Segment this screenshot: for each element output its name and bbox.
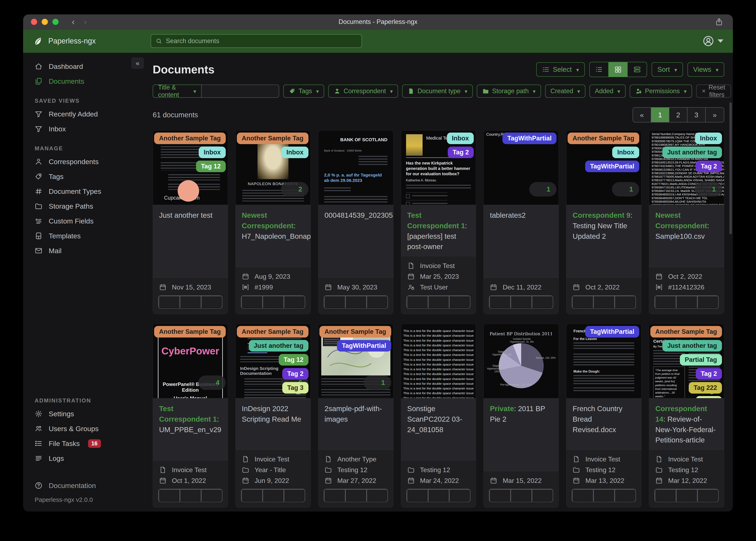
document-title[interactable]: French Country Bread Revised.docx xyxy=(573,403,635,435)
tag-pill[interactable]: Just another tag xyxy=(662,147,722,158)
edit-button[interactable] xyxy=(241,489,263,502)
document-card[interactable]: Serial Number,Company Name,Employee 9788… xyxy=(649,130,724,314)
document-thumbnail[interactable]: Medical TeacherHas the new Kirkpatrick g… xyxy=(401,131,476,205)
view-grid-button[interactable] xyxy=(609,62,628,77)
document-card[interactable]: Francja pod rNAPOLEON BONAPARTE Another … xyxy=(235,130,311,314)
document-thumbnail[interactable]: This is a test for the double space char… xyxy=(401,324,476,398)
tag-pill[interactable]: Another Sample Tag xyxy=(319,326,391,337)
download-button[interactable] xyxy=(367,296,387,308)
download-button[interactable] xyxy=(697,296,718,308)
preview-button[interactable] xyxy=(263,296,284,308)
views-button[interactable]: Views xyxy=(687,62,724,77)
sort-button[interactable]: Sort xyxy=(652,62,683,77)
tag-pill[interactable]: Inbox xyxy=(612,147,639,158)
share-icon[interactable] xyxy=(715,18,723,26)
preview-button[interactable] xyxy=(676,489,697,502)
preview-button[interactable] xyxy=(511,296,532,308)
filter-chip[interactable]: Permissions xyxy=(630,85,692,98)
tag-pill[interactable]: Just another tag xyxy=(249,340,308,351)
preview-button[interactable] xyxy=(180,489,201,502)
document-thumbnail[interactable]: CyberPowerPowerPanel® Business EditionUs… xyxy=(153,324,228,398)
document-title[interactable]: InDesign 2022 Scripting Read Me xyxy=(242,403,304,424)
correspondent-link[interactable]: Test Correspondent 1 xyxy=(407,211,465,230)
preview-button[interactable] xyxy=(511,489,532,502)
filter-chip[interactable]: Tags xyxy=(283,85,324,98)
correspondent-link[interactable]: Correspondent 9 xyxy=(573,211,630,219)
document-card[interactable]: Adobe Acrobat PDF FilesCupcake ipsum Ano… xyxy=(153,130,228,314)
sidebar-item[interactable]: Tags xyxy=(23,169,149,184)
brand[interactable]: Paperless-ngx xyxy=(33,36,96,46)
close-window-button[interactable] xyxy=(31,19,37,25)
filter-chip[interactable]: Created xyxy=(545,85,585,98)
document-card[interactable]: Boundary Waters Trip Another Sample Tag … xyxy=(318,324,393,508)
preview-button[interactable] xyxy=(345,296,367,308)
document-title[interactable]: 0004814539_20230531 xyxy=(325,210,387,221)
download-button[interactable] xyxy=(201,296,222,308)
document-title[interactable]: 2sample-pdf-with-images xyxy=(325,403,387,424)
preview-button[interactable] xyxy=(263,489,284,502)
tag-pill[interactable]: TagWithPartial xyxy=(585,326,639,337)
sidebar-item[interactable]: Recently Added xyxy=(23,107,149,122)
page-button[interactable]: 2 xyxy=(669,108,687,122)
page-button[interactable]: » xyxy=(706,108,724,122)
tag-pill[interactable]: Inbox xyxy=(199,147,226,158)
sidebar-item[interactable]: Users & Groups xyxy=(23,421,149,436)
correspondent-link[interactable]: Newest Correspondent xyxy=(242,211,294,230)
document-thumbnail[interactable]: Country,Region/State,"T TagWithPartial 1 xyxy=(484,131,559,205)
download-button[interactable] xyxy=(615,296,636,308)
tag-pill[interactable]: TagWithPartial xyxy=(502,133,556,144)
back-button[interactable]: ‹ xyxy=(72,17,75,27)
document-title[interactable]: Correspondent 9: Testing New Title Updat… xyxy=(573,210,635,242)
tag-pill[interactable]: Tag 3 xyxy=(696,396,722,398)
edit-button[interactable] xyxy=(655,296,676,308)
sidebar-item[interactable]: Correspondents xyxy=(23,154,149,169)
edit-button[interactable] xyxy=(407,489,428,502)
page-button[interactable]: 1 xyxy=(651,108,669,122)
document-thumbnail[interactable]: Serial Number,Company Name,Employee 9788… xyxy=(649,131,724,205)
edit-button[interactable] xyxy=(324,296,345,308)
scrollbar-thumb[interactable] xyxy=(729,102,732,234)
download-button[interactable] xyxy=(615,489,636,502)
document-thumbnail[interactable]: Patient BP Distribution 2011Normal, 150,… xyxy=(484,324,559,398)
sidebar-item[interactable]: Logs xyxy=(23,451,149,466)
document-card[interactable]: Country,Region/State,"T TagWithPartial 1 xyxy=(483,130,559,314)
document-thumbnail[interactable]: Francja pod rNAPOLEON BONAPARTE Another … xyxy=(236,131,311,205)
tag-pill[interactable]: Tag 2 xyxy=(282,368,308,379)
document-title[interactable]: Newest Correspondent: H7_Napoleon_Bonapa… xyxy=(242,210,304,242)
tag-pill[interactable]: Inbox xyxy=(447,133,474,144)
minimize-window-button[interactable] xyxy=(42,19,48,25)
document-title[interactable]: Private: 2011 BP Pie 2 xyxy=(490,403,552,424)
correspondent-link[interactable]: Test Correspondent 1 xyxy=(159,404,217,423)
tag-pill[interactable]: Another Sample Tag xyxy=(237,133,308,144)
preview-button[interactable] xyxy=(345,489,367,502)
document-card[interactable]: AdoInDesign Scripting Documentation Anot… xyxy=(235,324,311,508)
tag-pill[interactable]: Tag 12 xyxy=(279,354,308,365)
reset-filters-button[interactable]: × Reset filters xyxy=(696,85,731,98)
document-thumbnail[interactable]: Review of Arbitral Awards Shows Swift Re… xyxy=(649,324,724,398)
download-button[interactable] xyxy=(449,489,470,502)
title-content-dropdown[interactable]: Title & content xyxy=(153,85,202,98)
edit-button[interactable] xyxy=(324,489,345,502)
tag-pill[interactable]: Tag 2 xyxy=(696,161,722,172)
document-card[interactable]: This is a test for the double space char… xyxy=(401,324,476,508)
tag-pill[interactable]: TagWithPartial xyxy=(337,340,391,351)
user-menu[interactable] xyxy=(702,35,723,47)
filter-chip[interactable]: Document type xyxy=(402,85,473,98)
download-button[interactable] xyxy=(284,296,305,308)
document-card[interactable]: Medical TeacherHas the new Kirkpatrick g… xyxy=(401,130,476,314)
sidebar-item[interactable]: Inbox xyxy=(23,122,149,136)
document-card[interactable]: Patient BP Distribution 2011Normal, 150,… xyxy=(483,324,559,508)
document-thumbnail[interactable]: one,1.0 five,5.0 Another Sample Tag Inbo… xyxy=(566,131,641,205)
download-button[interactable] xyxy=(284,489,305,502)
page-button[interactable]: 3 xyxy=(687,108,706,122)
preview-button[interactable] xyxy=(428,296,449,308)
download-button[interactable] xyxy=(201,489,222,502)
document-thumbnail[interactable]: BANK OF SCOTLANDBank of Scotland · 10800… xyxy=(318,131,393,205)
document-card[interactable]: French Country BreadFor the LeavenMake t… xyxy=(566,324,641,508)
view-list-button[interactable] xyxy=(590,62,609,77)
sidebar-item[interactable]: Documents xyxy=(23,74,149,89)
tag-pill[interactable]: Inbox xyxy=(695,133,722,144)
edit-button[interactable] xyxy=(572,296,593,308)
document-thumbnail[interactable]: French Country BreadFor the LeavenMake t… xyxy=(566,324,641,398)
edit-button[interactable] xyxy=(489,489,511,502)
